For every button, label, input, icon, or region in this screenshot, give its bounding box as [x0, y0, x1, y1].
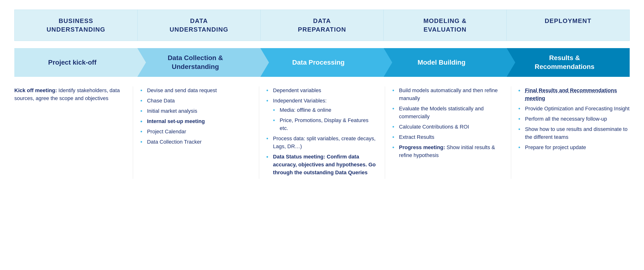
list-item: Process data: split variables, create de… — [266, 134, 378, 150]
list-item: Dependent variables — [266, 86, 378, 94]
list-item: Evaluate the Models statistically and co… — [392, 105, 504, 120]
content-col-4: Build models automatically and then refi… — [385, 86, 511, 179]
list-item: Perform all the necessary follow-up — [518, 115, 630, 123]
arrow-label-2: Data Collection &Understanding — [168, 54, 223, 71]
arrow-data-collection: Data Collection &Understanding — [137, 48, 260, 77]
final-results-title: Final Results and Recommendations meetin… — [525, 87, 617, 101]
list-item: Final Results and Recommendations meetin… — [518, 86, 630, 102]
list-item: Build models automatically and then refi… — [392, 86, 504, 102]
list-item: Chase Data — [140, 97, 252, 105]
sub-list-item: Media: offline & online — [273, 106, 378, 114]
list-item: Independent Variables: Media: offline & … — [266, 97, 378, 132]
header-deployment: DEPLOYMENT — [507, 10, 630, 41]
col2-list: Devise and send data request Chase Data … — [140, 86, 252, 146]
arrow-label-4: Model Building — [418, 58, 466, 67]
list-item: Progress meeting: Show initial results &… — [392, 143, 504, 159]
sub-list: Media: offline & online Price, Promotion… — [273, 106, 378, 132]
col1-text: Kick off meeting: Identify stakeholders,… — [14, 86, 126, 102]
sub-list-item: Price, Promotions, Display & Features et… — [273, 116, 378, 132]
list-item: Data Collection Tracker — [140, 138, 252, 146]
content-col-1: Kick off meeting: Identify stakeholders,… — [14, 86, 133, 179]
list-item: Show how to use results and disseminate … — [518, 125, 630, 141]
list-item: Initial market analysis — [140, 107, 252, 115]
header-data-understanding: DATAUNDERSTANDING — [138, 10, 260, 41]
col5-list: Final Results and Recommendations meetin… — [518, 86, 630, 151]
header-data-preparation: DATAPREPARATION — [260, 10, 384, 41]
header-business-understanding: BUSINESSUNDERSTANDING — [14, 10, 138, 41]
arrow-label-3: Data Processing — [292, 58, 344, 67]
list-item: Calculate Contributions & ROI — [392, 123, 504, 131]
arrow-row: Project kick-off Data Collection &Unders… — [14, 48, 630, 77]
list-item: Project Calendar — [140, 127, 252, 136]
col4-list: Build models automatically and then refi… — [392, 86, 504, 159]
content-col-5: Final Results and Recommendations meetin… — [511, 86, 630, 179]
list-item: Provide Optimization and Forecasting Ins… — [518, 105, 630, 112]
list-item: Prepare for project update — [518, 143, 630, 151]
header-modeling-evaluation: MODELING &EVALUATION — [384, 10, 507, 41]
arrow-results-recommendations: Results &Recommendations — [507, 48, 630, 77]
content-col-3: Dependent variables Independent Variable… — [259, 86, 385, 179]
arrow-project-kickoff: Project kick-off — [14, 48, 137, 77]
arrow-label-1: Project kick-off — [48, 58, 96, 67]
list-item: Internal set-up meeting — [140, 117, 252, 125]
content-row: Kick off meeting: Identify stakeholders,… — [14, 86, 630, 179]
list-item: Extract Results — [392, 133, 504, 141]
arrow-data-processing: Data Processing — [260, 48, 384, 77]
list-item: Devise and send data request — [140, 86, 252, 94]
list-item: Data Status meeting: Confirm data accura… — [266, 153, 378, 176]
col3-list: Dependent variables Independent Variable… — [266, 86, 378, 176]
content-col-2: Devise and send data request Chase Data … — [133, 86, 259, 179]
arrow-label-5: Results &Recommendations — [534, 54, 594, 71]
phase-header-row: BUSINESSUNDERSTANDING DATAUNDERSTANDING … — [14, 10, 630, 41]
col1-bold-prefix: Kick off meeting: — [14, 87, 57, 93]
arrow-model-building: Model Building — [384, 48, 507, 77]
